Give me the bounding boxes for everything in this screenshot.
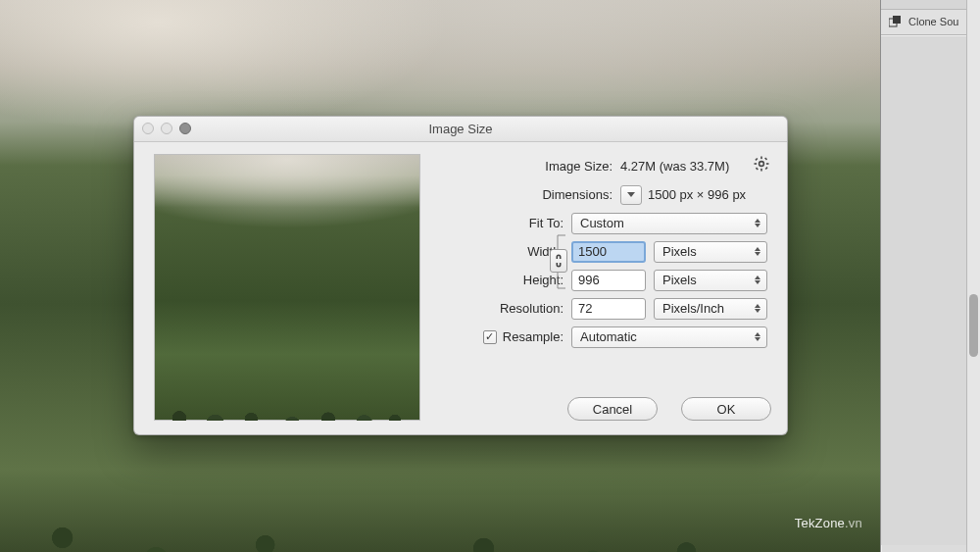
clone-source-icon bbox=[889, 16, 903, 27]
image-size-value: 4.27M (was 33.7M) bbox=[620, 159, 729, 174]
fit-to-value: Custom bbox=[580, 216, 624, 230]
resample-checkbox[interactable] bbox=[483, 330, 497, 344]
panel-tab-label: Clone Sou bbox=[908, 16, 958, 27]
panel-separator bbox=[881, 0, 980, 10]
scrollbar-thumb[interactable] bbox=[969, 294, 978, 357]
svg-rect-6 bbox=[766, 163, 769, 165]
svg-rect-10 bbox=[756, 168, 759, 171]
resample-label: Resample: bbox=[503, 329, 564, 344]
dimensions-unit-dropdown[interactable] bbox=[620, 185, 642, 205]
height-label: Height: bbox=[434, 273, 571, 287]
constrain-proportions-button[interactable] bbox=[550, 249, 567, 273]
svg-rect-1 bbox=[893, 16, 901, 24]
resolution-unit-value: Pixels/Inch bbox=[662, 301, 724, 316]
svg-point-2 bbox=[760, 162, 764, 167]
width-input[interactable] bbox=[571, 241, 646, 263]
right-panel-dock: Clone Sou bbox=[880, 0, 980, 552]
resample-method-value: Automatic bbox=[580, 329, 637, 344]
resolution-input[interactable] bbox=[571, 298, 646, 320]
watermark-tld: .vn bbox=[845, 516, 862, 530]
window-zoom-icon[interactable] bbox=[179, 123, 191, 134]
dimensions-value: 1500 px × 996 px bbox=[648, 187, 746, 202]
window-controls[interactable] bbox=[142, 123, 191, 134]
height-unit-select[interactable]: Pixels bbox=[654, 270, 767, 291]
resolution-unit-select[interactable]: Pixels/Inch bbox=[654, 298, 767, 320]
select-arrows-icon bbox=[755, 304, 760, 313]
image-size-form: Image Size: 4.27M (was 33.7M) Dimensions… bbox=[434, 146, 771, 434]
fit-to-label: Fit To: bbox=[434, 216, 571, 230]
ok-button[interactable]: OK bbox=[681, 397, 771, 421]
chevron-down-icon bbox=[627, 192, 635, 197]
resolution-label: Resolution: bbox=[434, 301, 571, 316]
dialog-title: Image Size bbox=[428, 122, 492, 136]
dialog-titlebar[interactable]: Image Size bbox=[134, 117, 787, 142]
width-unit-select[interactable]: Pixels bbox=[654, 241, 767, 263]
window-close-icon[interactable] bbox=[142, 123, 154, 134]
svg-rect-5 bbox=[755, 163, 758, 165]
window-minimize-icon[interactable] bbox=[161, 123, 172, 134]
select-arrows-icon bbox=[755, 247, 760, 256]
select-arrows-icon bbox=[755, 332, 760, 341]
image-size-dialog: Image Size Image Size: 4.27M (was 33.7M)… bbox=[133, 116, 788, 435]
dimensions-label: Dimensions: bbox=[434, 187, 620, 202]
image-preview[interactable] bbox=[154, 154, 420, 421]
select-arrows-icon bbox=[755, 276, 760, 284]
cancel-button-label: Cancel bbox=[593, 402, 632, 417]
fit-to-select[interactable]: Custom bbox=[571, 213, 767, 234]
ok-button-label: OK bbox=[717, 402, 736, 417]
cancel-button[interactable]: Cancel bbox=[567, 397, 658, 421]
panel-tab-clone-source[interactable]: Clone Sou bbox=[881, 10, 980, 35]
settings-gear-button[interactable] bbox=[754, 156, 769, 172]
svg-rect-8 bbox=[765, 167, 768, 170]
watermark: TekZone.vn bbox=[795, 512, 862, 532]
right-panel-scrollbar[interactable] bbox=[966, 0, 980, 552]
panel-body bbox=[881, 35, 980, 545]
svg-rect-4 bbox=[760, 169, 762, 172]
svg-rect-3 bbox=[760, 157, 762, 160]
svg-rect-9 bbox=[764, 157, 767, 160]
svg-rect-7 bbox=[755, 158, 758, 161]
width-unit-value: Pixels bbox=[662, 244, 697, 259]
resample-method-select[interactable]: Automatic bbox=[571, 326, 767, 348]
watermark-brand: TekZone bbox=[795, 516, 845, 530]
height-unit-value: Pixels bbox=[662, 273, 697, 287]
height-input[interactable] bbox=[571, 270, 646, 291]
image-size-label: Image Size: bbox=[434, 159, 620, 174]
select-arrows-icon bbox=[755, 219, 760, 227]
